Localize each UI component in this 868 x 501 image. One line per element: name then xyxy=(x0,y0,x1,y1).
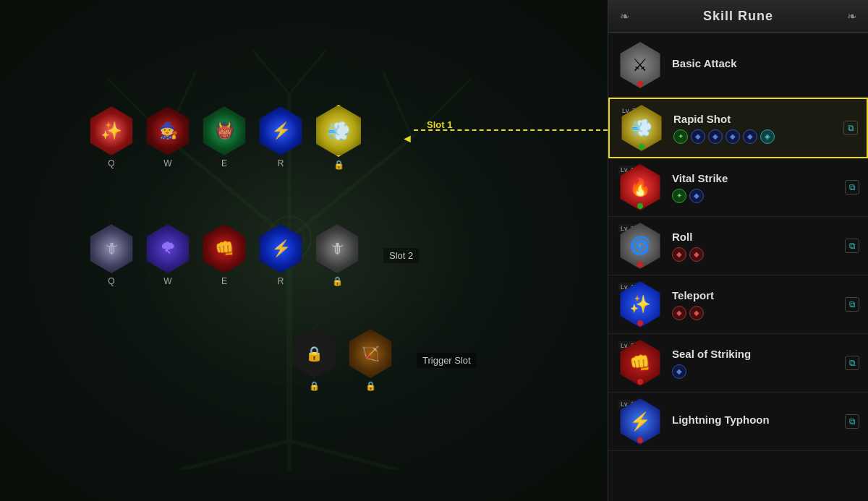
roll-name: Roll xyxy=(672,231,839,243)
skill-slot-trigger-locked[interactable]: 🔒 🔒 xyxy=(289,329,339,391)
lightning-status-dot xyxy=(637,437,643,443)
key-label-r2: R xyxy=(278,276,284,286)
lightning-icon-container: Lv. 1 ⚡ xyxy=(617,398,663,445)
rapid-shot-runes: ✦ ◆ ◆ ◆ ◆ ◈ xyxy=(673,129,838,144)
vital-strike-runes: ✦ ◆ xyxy=(672,189,839,203)
skill-slot-q-row2[interactable]: 🗡 Q xyxy=(87,224,136,286)
skill-slot-trigger-active[interactable]: 🏹 🔒 xyxy=(346,329,395,391)
skill-slot-w-row2[interactable]: 🌪 W xyxy=(143,224,192,286)
teleport-runes: ◆ ◆ xyxy=(672,306,839,320)
slot1-label: Slot 1 xyxy=(427,119,452,130)
skill-basic-attack[interactable]: ⚔ Basic Attack xyxy=(608,33,868,98)
skill-lightning-typhoon[interactable]: Lv. 1 ⚡ Lightning Typhoon ⧉ xyxy=(608,393,868,451)
roll-info: Roll ◆ ◆ xyxy=(672,231,839,262)
key-label-trigger-lock: 🔒 xyxy=(309,381,320,391)
skill-teleport[interactable]: Lv. 1 ✨ Teleport ◆ ◆ ⧉ xyxy=(608,275,868,334)
basic-attack-name: Basic Attack xyxy=(672,57,859,69)
teleport-copy-icon[interactable]: ⧉ xyxy=(845,297,859,312)
skill-rune-panel: Skill Rune ⚔ Basic Attack Lv. 30 💨 Rapid… xyxy=(608,0,868,501)
key-label-w2: W xyxy=(163,276,171,286)
skill-row-2: 🗡 Q 🌪 W 👊 E ⚡ R 🗡 🔒 S xyxy=(87,224,419,286)
vital-strike-name: Vital Strike xyxy=(672,172,839,184)
slot2-label: Slot 2 xyxy=(383,248,419,263)
seal-copy-icon[interactable]: ⧉ xyxy=(845,356,859,370)
key-label-r1: R xyxy=(278,158,284,168)
seal-runes: ◆ xyxy=(672,364,839,379)
key-label-q2: Q xyxy=(108,276,114,286)
key-label-lock1: 🔒 xyxy=(333,160,344,170)
basic-attack-info: Basic Attack xyxy=(672,57,859,74)
svg-line-8 xyxy=(253,51,289,94)
key-label-e1: E xyxy=(221,158,227,168)
skill-slot-q-row1[interactable]: ✨ Q xyxy=(87,106,136,168)
skill-slot-2-active[interactable]: 🗡 🔒 xyxy=(312,224,362,286)
slot1-arrow-indicator: ◄ xyxy=(401,132,413,145)
roll-rune-2[interactable]: ◆ xyxy=(689,247,704,262)
rapid-shot-icon-container: Lv. 30 💨 xyxy=(618,105,665,151)
rapid-shot-info: Rapid Shot ✦ ◆ ◆ ◆ ◆ ◈ xyxy=(673,113,838,144)
vital-strike-info: Vital Strike ✦ ◆ xyxy=(672,172,839,203)
skill-slot-e-row2[interactable]: 👊 E xyxy=(200,224,249,286)
rune-1[interactable]: ✦ xyxy=(673,129,688,144)
roll-copy-icon[interactable]: ⧉ xyxy=(845,239,859,253)
svg-line-9 xyxy=(289,51,326,94)
teleport-icon-container: Lv. 1 ✨ xyxy=(617,281,663,327)
skill-row-1: ✨ Q 🧙 W 👹 E ⚡ R 💨 🔒 xyxy=(87,105,365,170)
basic-attack-status-dot xyxy=(637,81,643,87)
skill-slot-1-active[interactable]: 💨 🔒 xyxy=(312,105,365,170)
skill-roll[interactable]: Lv. 1 🌀 Roll ◆ ◆ ⧉ xyxy=(608,217,868,275)
teleport-info: Teleport ◆ ◆ xyxy=(672,289,839,320)
seal-icon-container: Lv. 20 👊 xyxy=(617,340,663,386)
rune-3[interactable]: ◆ xyxy=(708,129,723,144)
key-label-trigger: 🔒 xyxy=(365,381,376,391)
seal-rune-1[interactable]: ◆ xyxy=(672,364,686,379)
rapid-shot-copy-icon[interactable]: ⧉ xyxy=(843,121,858,135)
skill-slot-r-row1[interactable]: ⚡ R xyxy=(256,106,305,168)
rapid-shot-status-dot xyxy=(639,144,644,150)
rune-4[interactable]: ◆ xyxy=(726,129,740,144)
skill-slot-r-row2[interactable]: ⚡ R xyxy=(256,224,305,286)
teleport-status-dot xyxy=(637,320,643,326)
skill-slot-e-row1[interactable]: 👹 E xyxy=(200,106,249,168)
game-area: ✨ Q 🧙 W 👹 E ⚡ R 💨 🔒 xyxy=(0,0,608,501)
tel-rune-2[interactable]: ◆ xyxy=(689,306,704,320)
vs-rune-2[interactable]: ◆ xyxy=(689,189,704,203)
key-label-lock2: 🔒 xyxy=(332,276,343,286)
skill-rapid-shot[interactable]: Lv. 30 💨 Rapid Shot ✦ ◆ ◆ ◆ ◆ ◈ ⧉ xyxy=(608,98,868,158)
skill-row-3: 🔒 🔒 🏹 🔒 Trigger Slot xyxy=(289,329,477,391)
vital-strike-copy-icon[interactable]: ⧉ xyxy=(845,180,859,194)
rune-6[interactable]: ◈ xyxy=(760,129,775,144)
panel-title: Skill Rune xyxy=(703,9,773,24)
vital-strike-status-dot xyxy=(637,203,643,209)
roll-runes: ◆ ◆ xyxy=(672,247,839,262)
svg-line-11 xyxy=(289,441,398,470)
svg-line-7 xyxy=(383,72,412,137)
lightning-name: Lightning Typhoon xyxy=(672,414,839,426)
vs-rune-1[interactable]: ✦ xyxy=(672,189,686,203)
key-label-w1: W xyxy=(163,158,171,168)
roll-icon-container: Lv. 1 🌀 xyxy=(617,223,663,269)
key-label-q1: Q xyxy=(108,158,114,168)
rune-2[interactable]: ◆ xyxy=(691,129,705,144)
key-label-e2: E xyxy=(221,276,227,286)
panel-header: Skill Rune xyxy=(608,0,868,33)
lightning-copy-icon[interactable]: ⧉ xyxy=(845,414,859,429)
roll-status-dot xyxy=(637,262,643,267)
tel-rune-1[interactable]: ◆ xyxy=(672,306,686,320)
basic-attack-icon-container: ⚔ xyxy=(617,42,663,88)
vital-strike-icon-container: Lv. 19 🔥 xyxy=(617,164,663,210)
rapid-shot-name: Rapid Shot xyxy=(673,113,838,125)
skill-vital-strike[interactable]: Lv. 19 🔥 Vital Strike ✦ ◆ ⧉ xyxy=(608,158,868,217)
trigger-slot-label: Trigger Slot xyxy=(417,353,477,368)
seal-info: Seal of Striking ◆ xyxy=(672,348,839,379)
skill-seal-of-striking[interactable]: Lv. 20 👊 Seal of Striking ◆ ⧉ xyxy=(608,334,868,393)
roll-rune-1[interactable]: ◆ xyxy=(672,247,686,262)
skill-slot-w-row1[interactable]: 🧙 W xyxy=(143,106,192,168)
rune-5[interactable]: ◆ xyxy=(743,129,757,144)
svg-line-10 xyxy=(181,441,289,470)
seal-status-dot xyxy=(637,379,643,385)
teleport-name: Teleport xyxy=(672,289,839,301)
seal-name: Seal of Striking xyxy=(672,348,839,360)
lightning-info: Lightning Typhoon xyxy=(672,414,839,430)
